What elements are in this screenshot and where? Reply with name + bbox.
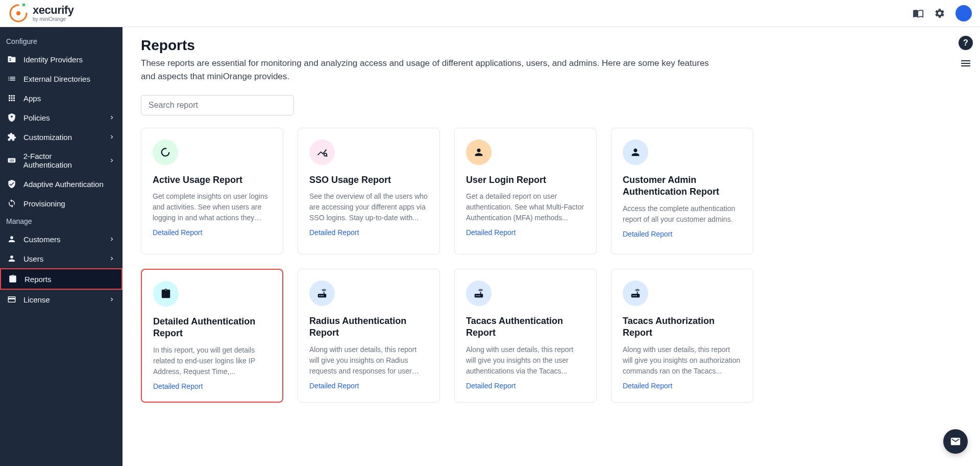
sidebar-item-twofa[interactable]: 123 2-Factor Authentication <box>0 147 122 174</box>
topbar: xecurify by miniOrange <box>0 0 980 27</box>
svg-point-0 <box>16 11 20 15</box>
list-icon <box>7 74 16 83</box>
sidebar: Configure Identity Providers External Di… <box>0 27 122 466</box>
card-icon <box>466 281 492 306</box>
card-icon <box>309 281 335 306</box>
sidebar-item-label: Apps <box>23 94 41 103</box>
sidebar-item-users[interactable]: Users <box>0 249 122 268</box>
card-desc: See the overview of all the users who ar… <box>309 191 428 223</box>
detailed-report-link[interactable]: Detailed Report <box>309 228 428 237</box>
svg-line-5 <box>326 155 327 156</box>
brand-name: xecurify <box>33 5 74 16</box>
sidebar-item-provisioning[interactable]: Provisioning <box>0 194 122 213</box>
main-content: Reports These reports are essential for … <box>122 27 980 466</box>
detailed-report-link[interactable]: Detailed Report <box>309 382 428 390</box>
card-title: Tacacs Authentication Report <box>466 315 585 339</box>
clipboard-icon <box>8 274 17 284</box>
svg-text:123: 123 <box>10 159 14 162</box>
card-desc: Along with user details, this report wil… <box>623 344 742 377</box>
page-title: Reports <box>141 37 962 54</box>
idp-icon <box>7 55 16 64</box>
sync-icon <box>7 199 16 208</box>
chevron-right-icon <box>108 157 115 164</box>
card-title: Radius Authentication Report <box>309 315 428 339</box>
sidebar-item-customization[interactable]: Customization <box>0 127 122 147</box>
detailed-report-link[interactable]: Detailed Report <box>623 230 742 238</box>
verified-icon <box>7 179 16 189</box>
apps-icon <box>7 94 16 103</box>
sidebar-item-extdir[interactable]: External Directories <box>0 69 122 88</box>
detailed-report-link[interactable]: Detailed Report <box>153 228 272 237</box>
report-card[interactable]: Tacacs Authorization Report Along with u… <box>611 269 753 403</box>
logo[interactable]: xecurify by miniOrange <box>8 3 74 24</box>
sidebar-item-reports[interactable]: Reports <box>0 268 122 290</box>
user-icon <box>7 235 16 244</box>
sidebar-item-label: Reports <box>24 275 52 284</box>
puzzle-icon <box>7 132 16 142</box>
chevron-right-icon <box>108 296 115 303</box>
detailed-report-link[interactable]: Detailed Report <box>466 228 585 237</box>
report-card[interactable]: SSO Usage Report See the overview of all… <box>298 128 440 254</box>
sidebar-item-label: Provisioning <box>23 199 65 208</box>
detailed-report-link[interactable]: Detailed Report <box>153 382 271 390</box>
card-icon <box>623 281 648 306</box>
card-desc: Get complete insights on user logins and… <box>153 191 272 223</box>
sidebar-item-license[interactable]: License <box>0 290 122 309</box>
report-card[interactable]: Customer Admin Authentication Report Acc… <box>611 128 753 254</box>
shield-icon <box>7 113 16 122</box>
docs-icon[interactable] <box>913 8 924 19</box>
help-button[interactable]: ? <box>959 36 973 50</box>
sidebar-item-policies[interactable]: Policies <box>0 108 122 127</box>
logo-icon <box>8 3 29 24</box>
card-title: Detailed Authentication Report <box>153 316 271 340</box>
card-icon <box>153 139 178 165</box>
sidebar-item-idp[interactable]: Identity Providers <box>0 50 122 69</box>
card-title: Tacacs Authorization Report <box>623 315 742 339</box>
chevron-right-icon <box>108 133 115 141</box>
sidebar-item-label: License <box>23 295 50 304</box>
detailed-report-link[interactable]: Detailed Report <box>623 382 742 390</box>
pin-icon: 123 <box>7 156 16 165</box>
chevron-right-icon <box>108 236 115 243</box>
user-icon <box>7 254 16 263</box>
card-icon <box>623 139 648 165</box>
card-icon <box>153 281 179 307</box>
avatar[interactable] <box>955 5 972 21</box>
card-icon <box>309 139 335 165</box>
card-desc: Get a detailed report on user authentica… <box>466 191 585 223</box>
sidebar-item-apps[interactable]: Apps <box>0 88 122 108</box>
card-title: Active Usage Report <box>153 174 272 186</box>
cards-grid: Active Usage Report Get complete insight… <box>141 128 753 403</box>
card-title: SSO Usage Report <box>309 174 428 186</box>
report-card[interactable]: Radius Authentication Report Along with … <box>298 269 440 403</box>
svg-point-3 <box>162 149 169 156</box>
sidebar-item-label: External Directories <box>23 75 90 83</box>
drawer-menu-icon[interactable] <box>960 57 972 69</box>
brand-sub: by miniOrange <box>33 17 74 22</box>
sidebar-item-customers[interactable]: Customers <box>0 229 122 249</box>
sidebar-item-label: Identity Providers <box>23 55 83 64</box>
card-desc: Along with user details, this report wil… <box>309 344 428 377</box>
card-title: Customer Admin Authentication Report <box>623 174 742 198</box>
sidebar-item-label: Policies <box>23 113 50 122</box>
sidebar-item-adaptive[interactable]: Adaptive Authentication <box>0 174 122 194</box>
report-card[interactable]: Detailed Authentication Report In this r… <box>141 269 283 403</box>
search-input[interactable] <box>141 95 294 115</box>
sidebar-item-label: 2-Factor Authentication <box>23 152 101 169</box>
sidebar-section-configure: Configure <box>0 33 122 50</box>
gear-icon[interactable] <box>934 8 945 19</box>
chat-button[interactable] <box>943 429 968 454</box>
card-desc: In this report, you will get details rel… <box>153 345 271 377</box>
detailed-report-link[interactable]: Detailed Report <box>466 382 585 390</box>
report-card[interactable]: User Login Report Get a detailed report … <box>454 128 597 254</box>
sidebar-item-label: Users <box>23 254 43 263</box>
chevron-right-icon <box>108 114 115 121</box>
card-icon <box>466 139 492 165</box>
chevron-right-icon <box>108 255 115 262</box>
report-card[interactable]: Active Usage Report Get complete insight… <box>141 128 283 254</box>
report-card[interactable]: Tacacs Authentication Report Along with … <box>454 269 597 403</box>
page-desc: These reports are essential for monitori… <box>141 57 723 83</box>
sidebar-item-label: Customers <box>23 235 61 244</box>
card-icon <box>7 295 16 304</box>
sidebar-item-label: Customization <box>23 133 72 142</box>
